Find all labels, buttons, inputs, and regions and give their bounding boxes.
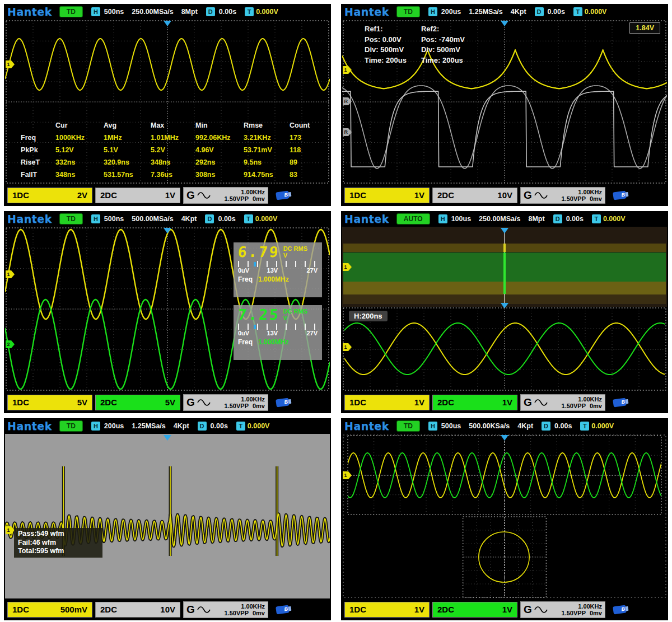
delay-icon: D (205, 214, 214, 223)
measure-value: 5.2V (151, 146, 195, 154)
dvm-overlay-ch2: 7.25 DC RMSV 0uV 13V 27V Freq1.000MHz (234, 305, 322, 360)
dvm-scale-labels: 0uV 13V 27V (238, 330, 318, 336)
measure-value: 5.1V (104, 146, 151, 154)
trigger-icon: T (592, 214, 601, 223)
trigger-mode-button[interactable]: TD (396, 420, 420, 432)
usb-icon-label: B (621, 191, 626, 198)
channel-bar: 1DC 1V 2DC 1V G 1.00KHz 1.50VPP0mv B (341, 391, 668, 413)
trigger-mode-button[interactable]: TD (59, 6, 83, 17)
trigger-mode-button[interactable]: TD (59, 420, 83, 432)
display-area: 1 CurAvgMaxMinRmseCountFreq1000KHz1MHz1.… (5, 20, 330, 184)
timebase-value: 200us (104, 422, 124, 430)
status-bar: Hantek TD H 500us 500.00KSa/s 4Kpt D 0.0… (341, 418, 668, 434)
sample-rate: 1.25MSa/s (469, 8, 502, 16)
generator-box[interactable]: G 1.00KHz 1.50VPP0mv (183, 601, 268, 618)
generator-box[interactable]: G 1.00KHz 1.50VPP0mv (520, 187, 605, 204)
generator-offset: 0mv (253, 195, 265, 202)
svg-text:1: 1 (7, 272, 10, 278)
timebase-value: 500ns (104, 215, 124, 223)
generator-box[interactable]: G 1.00KHz 1.50VPP0mv (183, 394, 268, 411)
dvm-scale-mid: 13V (267, 267, 278, 274)
measurement-table: CurAvgMaxMinRmseCountFreq1000KHz1MHz1.01… (21, 119, 326, 181)
ref2-info: Ref2: Pos: -740mV Div: 500mV Time: 200us (421, 24, 465, 66)
generator-box[interactable]: G 1.00KHz 1.50VPP0mv (520, 394, 605, 411)
dvm-scale-max: 27V (306, 330, 318, 336)
measure-value: 89 (290, 158, 326, 166)
trigger-icon: T (245, 7, 254, 16)
memory-depth: 4Kpt (174, 422, 189, 430)
ref-info-line: Time: 200us (365, 55, 407, 66)
ref-info-line: Ref1: (365, 24, 407, 35)
trigger-level: 0.000V (603, 215, 626, 223)
channel-bar: 1DC 1V 2DC 1V G 1.00KHz 1.50VPP0mv B (341, 598, 668, 620)
usb-icon: B (276, 190, 290, 200)
scope-screen-dvm: Hantek TD H 500ns 500.00MSa/s 4Kpt D 0.0… (4, 211, 331, 413)
ch2-label: 2DC (437, 605, 454, 614)
trigger-icon: T (580, 422, 589, 431)
status-bar: Hantek TD H 500ns 250.00MSa/s 8Mpt D 0.0… (4, 4, 331, 20)
ch2-box[interactable]: 2DC 1V (432, 602, 517, 618)
pass-count: Pass:549 wfm (18, 530, 99, 539)
generator-amplitude: 1.50VPP (225, 403, 249, 409)
reference-info: Ref1: Pos: 0.00V Div: 500mV Time: 200us … (365, 24, 465, 66)
sine-wave-icon (534, 399, 548, 406)
dvm-freq-value: 1.000MHz (258, 338, 289, 346)
channel-bar: 1DC 500mV 2DC 10V G 1.00KHz 1.50VPP0mv B (4, 598, 331, 620)
ch1-scale: 500mV (60, 605, 87, 614)
ch1-box[interactable]: 1DC 1V (344, 188, 430, 203)
measure-value: 83 (290, 171, 326, 179)
dvm-scale-cursor (254, 325, 256, 329)
ch1-box[interactable]: 1DC 1V (344, 395, 430, 410)
generator-freq: 1.00KHz (241, 189, 265, 195)
waveform-display: 1 (342, 434, 667, 598)
generator-box[interactable]: G 1.00KHz 1.50VPP0mv (183, 187, 268, 204)
dvm-unit: V (283, 252, 307, 259)
usb-icon-label: B (621, 399, 626, 405)
usb-icon: B (613, 605, 627, 614)
measure-value: 7.36us (151, 171, 195, 179)
generator-offset: 0mv (590, 610, 602, 616)
measure-row: Freq1000KHz1MHz1.01MHz992.06KHz3.21KHz17… (21, 132, 326, 144)
trigger-mode-button[interactable]: TD (396, 6, 420, 17)
ch2-box[interactable]: 2DC 1V (95, 188, 180, 203)
ch1-scale: 2V (77, 190, 87, 200)
delay-value: 0.00s (218, 215, 235, 223)
sine-wave-icon (197, 399, 211, 406)
svg-text:1: 1 (344, 68, 347, 73)
delay-icon: D (535, 7, 544, 16)
svg-text:1: 1 (344, 473, 347, 479)
ch1-box[interactable]: 1DC 2V (7, 188, 92, 203)
generator-amplitude: 1.50VPP (562, 610, 586, 616)
ch2-label: 2DC (100, 190, 117, 200)
usb-icon: B (276, 605, 290, 614)
trigger-mode-button[interactable]: TD (59, 213, 83, 225)
channel-bar: 1DC 5V 2DC 5V G 1.00KHz 1.50VPP0mv B (4, 391, 331, 413)
usb-icon-label: B (284, 606, 288, 612)
usb-icon: B (613, 190, 627, 200)
delay-value: 0.00s (211, 422, 228, 430)
ref-info-line: Ref2: (421, 24, 465, 35)
measure-col-header: Count (290, 121, 326, 129)
ref-info-line: Time: 200us (421, 55, 465, 66)
ch1-box[interactable]: 1DC 500mV (7, 602, 92, 618)
measure-value: 1MHz (104, 134, 151, 142)
ch2-scale: 10V (497, 190, 512, 200)
ch1-box[interactable]: 1DC 5V (7, 395, 92, 410)
ch1-box[interactable]: 1DC 1V (344, 602, 430, 618)
horizontal-icon: H (91, 422, 100, 431)
fail-count: Fail:46 wfm (18, 539, 99, 548)
ch1-label: 1DC (349, 605, 366, 614)
memory-depth: 4Kpt (511, 8, 526, 16)
ch2-label: 2DC (100, 397, 117, 407)
ch2-box[interactable]: 2DC 10V (432, 188, 517, 203)
generator-box[interactable]: G 1.00KHz 1.50VPP0mv (520, 601, 605, 618)
measure-row-label: FallT (21, 171, 55, 179)
ch2-box[interactable]: 2DC 1V (432, 395, 517, 410)
ch2-box[interactable]: 2DC 5V (95, 395, 180, 410)
svg-text:R: R (344, 130, 348, 135)
ch1-label: 1DC (349, 190, 366, 200)
ch2-box[interactable]: 2DC 10V (95, 602, 180, 618)
hantek-logo: Hantek (344, 213, 389, 225)
trigger-mode-button[interactable]: AUTO (396, 213, 430, 225)
measure-col-header: Rmse (244, 121, 290, 129)
